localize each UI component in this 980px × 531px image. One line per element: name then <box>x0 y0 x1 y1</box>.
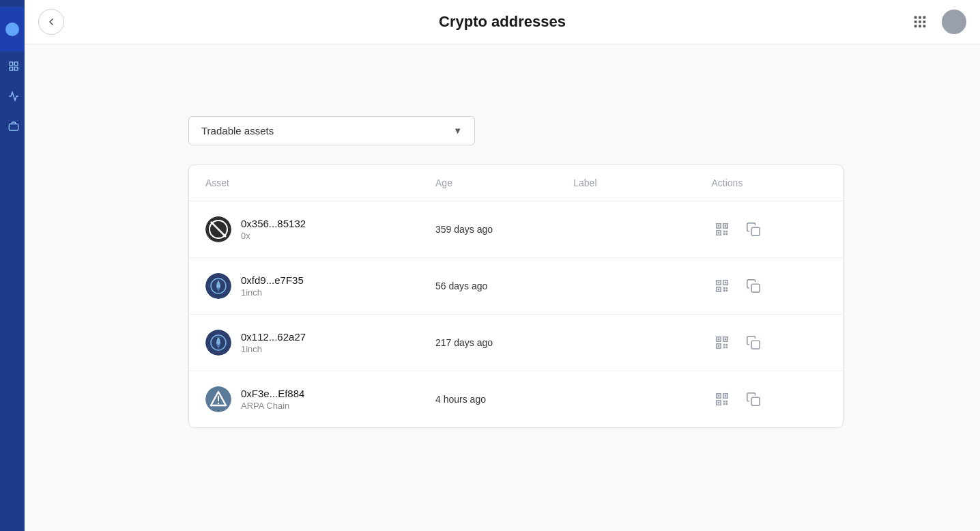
svg-rect-49 <box>718 339 720 341</box>
age-cell-1: 56 days ago <box>435 281 573 291</box>
svg-rect-27 <box>726 233 728 235</box>
svg-rect-2 <box>10 67 13 70</box>
sidebar-item-3[interactable] <box>0 111 25 141</box>
qr-code-button-0[interactable] <box>711 218 733 240</box>
header: Crypto addresses <box>25 0 980 44</box>
col-header-asset: Asset <box>205 177 435 188</box>
table-row: 0x356...85132 0x 359 days ago <box>189 201 843 258</box>
col-header-age: Age <box>435 177 573 188</box>
svg-rect-67 <box>723 401 725 403</box>
svg-rect-51 <box>718 345 720 347</box>
filter-wrapper: Tradable assets ▼ <box>188 116 844 145</box>
actions-cell-0 <box>711 218 826 240</box>
page-title: Crypto addresses <box>439 13 566 31</box>
svg-rect-7 <box>923 16 926 19</box>
svg-rect-26 <box>723 233 725 235</box>
asset-info-2: 0x112...62a27 1inch <box>241 331 306 354</box>
sidebar-logo <box>5 23 19 36</box>
svg-rect-56 <box>752 341 760 349</box>
asset-info-0: 0x356...85132 0x <box>241 218 306 241</box>
qr-code-button-3[interactable] <box>711 388 733 410</box>
svg-rect-5 <box>914 16 917 19</box>
sidebar-item-1[interactable] <box>0 51 25 81</box>
sidebar <box>0 0 25 531</box>
svg-rect-12 <box>919 25 921 28</box>
asset-icon-1 <box>205 273 231 299</box>
asset-ticker-0: 0x <box>241 231 306 241</box>
asset-ticker-2: 1inch <box>241 344 306 354</box>
svg-rect-1 <box>14 62 18 66</box>
svg-rect-6 <box>919 16 921 19</box>
crypto-addresses-table: Asset Age Label Actions 0x356 <box>188 164 844 428</box>
svg-point-45 <box>216 341 220 345</box>
copy-button-0[interactable] <box>743 218 764 240</box>
svg-rect-11 <box>914 25 917 28</box>
svg-rect-65 <box>725 395 727 397</box>
asset-cell-0: 0x356...85132 0x <box>205 216 435 242</box>
age-cell-0: 359 days ago <box>435 224 573 235</box>
svg-rect-71 <box>752 397 760 405</box>
asset-info-3: 0xF3e...Ef884 ARPA Chain <box>241 388 304 411</box>
svg-rect-9 <box>919 20 921 23</box>
age-cell-3: 4 hours ago <box>435 394 573 405</box>
chevron-down-icon: ▼ <box>453 126 462 136</box>
table-row: 0xF3e...Ef884 ARPA Chain 4 hours ago <box>189 371 843 427</box>
asset-address-2: 0x112...62a27 <box>241 331 306 343</box>
svg-rect-68 <box>726 401 728 403</box>
svg-rect-25 <box>726 231 728 233</box>
svg-rect-64 <box>718 395 720 397</box>
svg-rect-40 <box>723 290 725 292</box>
asset-cell-3: 0xF3e...Ef884 ARPA Chain <box>205 386 435 412</box>
asset-cell-2: 0x112...62a27 1inch <box>205 330 435 356</box>
table-row: 0x112...62a27 1inch 217 days ago <box>189 315 843 371</box>
svg-rect-53 <box>726 344 728 346</box>
svg-rect-35 <box>718 282 720 284</box>
actions-cell-3 <box>711 388 826 410</box>
avatar[interactable] <box>942 10 966 34</box>
qr-code-button-2[interactable] <box>711 332 733 354</box>
asset-icon-0 <box>205 216 231 242</box>
copy-button-1[interactable] <box>743 275 764 297</box>
asset-icon-2 <box>205 330 231 356</box>
svg-rect-37 <box>718 289 720 291</box>
svg-rect-66 <box>718 402 720 404</box>
sidebar-item-2[interactable] <box>0 81 25 111</box>
svg-point-31 <box>216 284 220 288</box>
asset-cell-1: 0xfd9...e7F35 1inch <box>205 273 435 299</box>
content-area: Tradable assets ▼ Asset Age Label Action… <box>25 89 980 455</box>
table-header: Asset Age Label Actions <box>189 165 843 201</box>
svg-rect-42 <box>752 284 760 292</box>
copy-button-3[interactable] <box>743 388 764 410</box>
asset-icon-3 <box>205 386 231 412</box>
qr-code-button-1[interactable] <box>711 275 733 297</box>
copy-button-2[interactable] <box>743 332 764 354</box>
table-row: 0xfd9...e7F35 1inch 56 days ago <box>189 258 843 315</box>
svg-rect-36 <box>725 282 727 284</box>
svg-rect-52 <box>723 344 725 346</box>
svg-rect-50 <box>725 339 727 341</box>
svg-rect-69 <box>723 403 725 405</box>
svg-rect-0 <box>10 62 13 66</box>
asset-ticker-3: ARPA Chain <box>241 401 304 411</box>
asset-address-3: 0xF3e...Ef884 <box>241 388 304 399</box>
svg-rect-38 <box>723 287 725 289</box>
svg-rect-21 <box>725 225 727 227</box>
asset-address-1: 0xfd9...e7F35 <box>241 274 304 286</box>
svg-rect-28 <box>752 227 760 235</box>
svg-rect-22 <box>718 232 720 234</box>
svg-rect-55 <box>726 347 728 349</box>
header-right <box>908 10 966 34</box>
tradable-assets-dropdown[interactable]: Tradable assets ▼ <box>188 116 475 145</box>
svg-rect-70 <box>726 403 728 405</box>
asset-address-0: 0x356...85132 <box>241 218 306 229</box>
svg-rect-54 <box>723 347 725 349</box>
actions-cell-1 <box>711 275 826 297</box>
svg-rect-41 <box>726 290 728 292</box>
asset-info-1: 0xfd9...e7F35 1inch <box>241 274 304 298</box>
svg-rect-39 <box>726 287 728 289</box>
grid-icon[interactable] <box>908 10 932 34</box>
svg-rect-13 <box>923 25 926 28</box>
back-button[interactable] <box>38 9 64 35</box>
svg-rect-24 <box>723 231 725 233</box>
svg-point-60 <box>218 403 219 404</box>
